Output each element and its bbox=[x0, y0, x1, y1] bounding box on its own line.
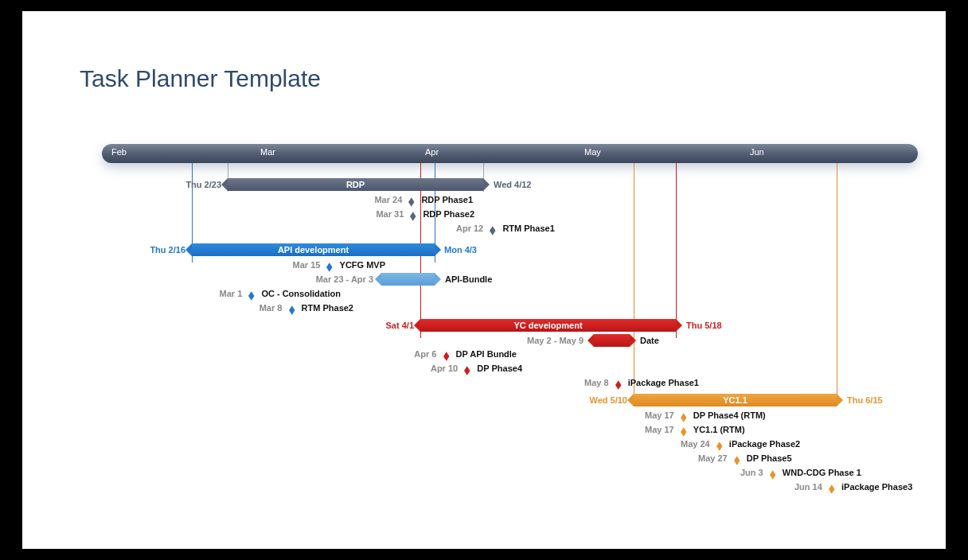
diamond-icon: ◆ bbox=[410, 211, 416, 220]
diamond-icon: ◆ bbox=[770, 469, 776, 478]
ms-dp-phase5: May 27 ◆ DP Phase5 bbox=[698, 453, 792, 464]
gantt-chart: Feb Mar Apr May Jun RDP Thu 2/23 Wed 4/1… bbox=[102, 134, 918, 532]
arrow-left-icon bbox=[414, 319, 420, 332]
month-feb: Feb bbox=[111, 147, 127, 157]
yc-end-date: Thu 5/18 bbox=[686, 321, 722, 330]
arrow-left-icon bbox=[185, 243, 192, 256]
ms-wnd-cdg: Jun 3 ◆ WND-CDG Phase 1 bbox=[740, 468, 861, 478]
bar-yc11: YC1.1 bbox=[634, 394, 837, 406]
diamond-icon: ◆ bbox=[443, 351, 450, 360]
rdp-start-date: Thu 2/23 bbox=[185, 180, 221, 189]
timescale bbox=[102, 144, 918, 163]
bar-api: API development bbox=[192, 243, 435, 256]
ms-ycfg-mvp: Mar 15 ◆ YCFG MVP bbox=[293, 260, 385, 270]
apibundle-label: API-Bundle bbox=[445, 274, 492, 284]
page-title: Task Planner Template bbox=[80, 65, 321, 92]
diamond-icon: ◆ bbox=[716, 441, 723, 449]
yc-date-range: May 2 - May 9 bbox=[527, 336, 584, 345]
api-end-date: Mon 4/3 bbox=[444, 245, 477, 255]
diamond-icon: ◆ bbox=[248, 290, 255, 299]
yc11-start-date: Wed 5/10 bbox=[590, 395, 628, 405]
month-apr: Apr bbox=[425, 147, 439, 157]
diamond-icon: ◆ bbox=[289, 305, 295, 313]
arrow-left-icon bbox=[221, 178, 228, 191]
diamond-icon: ◆ bbox=[615, 379, 622, 388]
arrow-right-icon bbox=[435, 273, 441, 286]
arrow-right-icon bbox=[837, 394, 843, 406]
rdp-end-date: Wed 4/12 bbox=[494, 180, 532, 189]
bar-rdp: RDP bbox=[228, 178, 483, 191]
bar-apibundle bbox=[381, 273, 435, 286]
ms-rdp-phase2: Mar 31 ◆ RDP Phase2 bbox=[376, 209, 474, 220]
ms-rtm-phase1: Apr 12 ◆ RTM Phase1 bbox=[456, 224, 555, 234]
arrow-right-icon bbox=[435, 243, 441, 256]
bar-label: API development bbox=[278, 245, 349, 255]
arrow-right-icon bbox=[483, 178, 490, 191]
vline-orange-end bbox=[837, 163, 837, 406]
diamond-icon: ◆ bbox=[490, 225, 496, 234]
month-mar: Mar bbox=[260, 147, 275, 157]
vline-orange-may bbox=[634, 163, 634, 406]
month-jun: Jun bbox=[750, 147, 764, 157]
ms-rtm-phase2: Mar 8 ◆ RTM Phase2 bbox=[260, 303, 353, 313]
yc-start-date: Sat 4/1 bbox=[386, 321, 414, 330]
arrow-left-icon bbox=[375, 273, 381, 286]
ms-rdp-phase1: Mar 24 ◆ RDP Phase1 bbox=[374, 195, 473, 205]
bar-yc-date bbox=[594, 334, 630, 347]
bar-label: RDP bbox=[346, 180, 365, 189]
yc11-end-date: Thu 6/15 bbox=[847, 395, 883, 405]
bar-yc: YC development bbox=[420, 319, 676, 332]
diamond-icon: ◆ bbox=[464, 365, 470, 374]
diamond-icon: ◆ bbox=[734, 455, 740, 464]
diamond-icon: ◆ bbox=[681, 426, 687, 435]
arrow-right-icon bbox=[630, 334, 636, 347]
diamond-icon: ◆ bbox=[829, 484, 835, 492]
ms-ipackage1: May 8 ◆ iPackage Phase1 bbox=[584, 378, 699, 388]
diamond-icon: ◆ bbox=[681, 412, 687, 421]
diamond-icon: ◆ bbox=[327, 262, 334, 270]
ms-ipackage3: Jun 14 ◆ iPackage Phase3 bbox=[794, 482, 912, 492]
arrow-left-icon bbox=[587, 334, 594, 347]
ms-oc-consolidation: Mar 1 ◆ OC - Consolidation bbox=[220, 289, 341, 299]
ms-ipackage2: May 24 ◆ iPackage Phase2 bbox=[681, 439, 800, 449]
yc-date-label: Date bbox=[640, 336, 659, 345]
ms-dp-api-bundle: Apr 6 ◆ DP API Bundle bbox=[414, 349, 517, 360]
api-start-date: Thu 2/16 bbox=[150, 245, 185, 255]
month-may: May bbox=[584, 147, 601, 157]
vline-red-end bbox=[676, 163, 677, 338]
diamond-icon: ◆ bbox=[408, 196, 415, 205]
slide: Task Planner Template Feb Mar Apr May Ju… bbox=[22, 11, 946, 549]
arrow-left-icon bbox=[627, 394, 634, 406]
ms-yc11-rtm: May 17 ◆ YC1.1 (RTM) bbox=[645, 425, 745, 435]
bar-label: YC development bbox=[513, 321, 582, 330]
apibundle-range: Mar 23 - Apr 3 bbox=[316, 274, 373, 284]
arrow-right-icon bbox=[676, 319, 682, 332]
bar-label: YC1.1 bbox=[723, 395, 747, 405]
ms-dp-phase4-rtm: May 17 ◆ DP Phase4 (RTM) bbox=[645, 410, 766, 421]
ms-dp-phase4: Apr 10 ◆ DP Phase4 bbox=[431, 364, 522, 374]
